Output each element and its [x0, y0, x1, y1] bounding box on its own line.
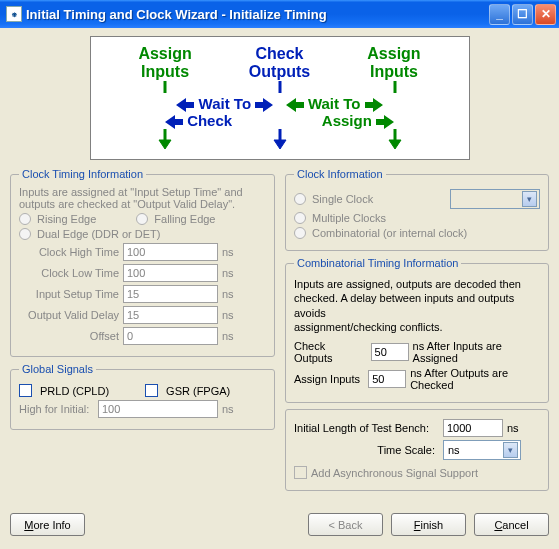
- ns-unit: ns: [222, 246, 234, 258]
- multiple-clocks-label: Multiple Clocks: [312, 212, 386, 224]
- arrow-left-blue-2: [165, 115, 183, 129]
- single-clock-radio[interactable]: [294, 193, 306, 205]
- check-outputs-input[interactable]: [371, 343, 409, 361]
- svg-marker-10: [159, 140, 171, 149]
- gs-legend: Global Signals: [19, 363, 96, 375]
- svg-marker-6: [365, 98, 383, 112]
- high-initial-label: High for Initial:: [19, 403, 94, 415]
- svg-marker-12: [274, 140, 286, 149]
- chevron-down-icon: ▾: [503, 442, 518, 458]
- assign-inputs-input[interactable]: [368, 370, 406, 388]
- prld-label: PRLD (CPLD): [40, 385, 109, 397]
- app-icon: ⎈: [6, 6, 22, 22]
- falling-edge-radio[interactable]: [136, 213, 148, 225]
- minimize-button[interactable]: _: [489, 4, 510, 25]
- prld-checkbox[interactable]: [19, 384, 32, 397]
- output-valid-input[interactable]: [123, 306, 218, 324]
- clock-high-label: Clock High Time: [19, 246, 119, 258]
- check-outputs-label: Check Outputs: [294, 340, 367, 364]
- chevron-down-icon: ▾: [522, 191, 537, 207]
- arrow-right-green: [365, 98, 383, 112]
- single-clock-label: Single Clock: [312, 193, 373, 205]
- time-scale-select[interactable]: ns ▾: [443, 440, 521, 460]
- diagram-down-arrows-1: [110, 81, 450, 93]
- combinatorial-radio[interactable]: [294, 227, 306, 239]
- tb-length-label: Initial Length of Test Bench:: [294, 422, 439, 434]
- svg-marker-14: [389, 140, 401, 149]
- diagram-down-arrows-2: [110, 129, 450, 149]
- high-initial-input[interactable]: [98, 400, 218, 418]
- arrow-right-blue: [255, 98, 273, 112]
- assign-inputs-label: Assign Inputs: [294, 373, 364, 385]
- offset-input[interactable]: [123, 327, 218, 345]
- dual-edge-radio[interactable]: [19, 228, 31, 240]
- test-bench-group: Initial Length of Test Bench: ns Time Sc…: [285, 409, 549, 491]
- cti-legend: Clock Timing Information: [19, 168, 146, 180]
- arrow-left-green: [286, 98, 304, 112]
- clock-information-group: Clock Information Single Clock ▾ Multipl…: [285, 168, 549, 251]
- svg-marker-7: [165, 115, 183, 129]
- input-setup-label: Input Setup Time: [19, 288, 119, 300]
- clock-high-input[interactable]: [123, 243, 218, 261]
- clock-low-label: Clock Low Time: [19, 267, 119, 279]
- clock-low-input[interactable]: [123, 264, 218, 282]
- after-inputs-label: ns After Inputs are Assigned: [413, 340, 540, 364]
- close-button[interactable]: ✕: [535, 4, 556, 25]
- svg-marker-8: [376, 115, 394, 129]
- dual-edge-label: Dual Edge (DDR or DET): [37, 228, 160, 240]
- finish-button[interactable]: Finish: [391, 513, 466, 536]
- clock-timing-info-group: Clock Timing Information Inputs are assi…: [10, 168, 275, 357]
- async-label: Add Asynchronous Signal Support: [311, 467, 478, 479]
- combinatorial-label: Combinatorial (or internal clock): [312, 227, 467, 239]
- combinatorial-timing-group: Combinatorial Timing Information Inputs …: [285, 257, 549, 403]
- window-title: Initial Timing and Clock Wizard - Initia…: [26, 7, 489, 22]
- gsr-label: GSR (FPGA): [166, 385, 230, 397]
- svg-marker-3: [176, 98, 194, 112]
- input-setup-input[interactable]: [123, 285, 218, 303]
- ci-legend: Clock Information: [294, 168, 386, 180]
- rising-edge-label: Rising Edge: [37, 213, 96, 225]
- back-button[interactable]: < Back: [308, 513, 383, 536]
- falling-edge-label: Falling Edge: [154, 213, 215, 225]
- more-info-button[interactable]: More Info: [10, 513, 85, 536]
- arrow-left-blue-1: [176, 98, 194, 112]
- tb-length-input[interactable]: [443, 419, 503, 437]
- async-checkbox[interactable]: [294, 466, 307, 479]
- svg-marker-5: [286, 98, 304, 112]
- time-scale-label: Time Scale:: [294, 444, 439, 456]
- gsr-checkbox[interactable]: [145, 384, 158, 397]
- arrow-right-green-2: [376, 115, 394, 129]
- cancel-button[interactable]: Cancel: [474, 513, 549, 536]
- global-signals-group: Global Signals PRLD (CPLD) GSR (FPGA) Hi…: [10, 363, 275, 430]
- output-valid-label: Output Valid Delay: [19, 309, 119, 321]
- multiple-clocks-radio[interactable]: [294, 212, 306, 224]
- timing-diagram: AssignInputs CheckOutputs AssignInputs W…: [90, 36, 470, 160]
- cti-desc: Inputs are assigned at "Input Setup Time…: [19, 186, 266, 210]
- offset-label: Offset: [19, 330, 119, 342]
- after-outputs-label: ns After Outputs are Checked: [410, 367, 540, 391]
- rising-edge-radio[interactable]: [19, 213, 31, 225]
- footer-buttons: More Info < Back Finish Cancel: [0, 505, 559, 546]
- titlebar: ⎈ Initial Timing and Clock Wizard - Init…: [0, 0, 559, 28]
- combti-legend: Combinatorial Timing Information: [294, 257, 461, 269]
- single-clock-select[interactable]: ▾: [450, 189, 540, 209]
- svg-marker-4: [255, 98, 273, 112]
- maximize-button[interactable]: ☐: [512, 4, 533, 25]
- time-scale-value: ns: [448, 444, 460, 456]
- window-controls: _ ☐ ✕: [489, 4, 556, 25]
- combti-desc: Inputs are assigned, outputs are decoded…: [294, 277, 540, 334]
